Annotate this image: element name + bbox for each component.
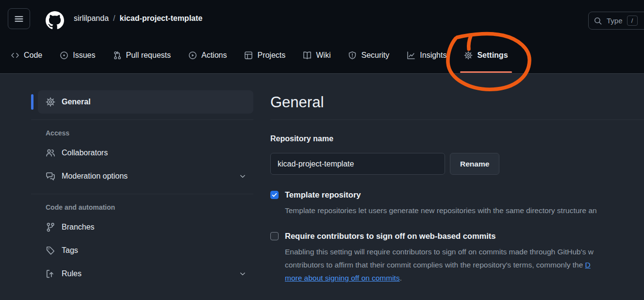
signoff-learn-more-link[interactable]: more about signing off on commits [285,274,400,282]
breadcrumb-owner-link[interactable]: sirlilpanda [74,14,109,23]
tab-label: Code [24,51,42,60]
tab-security[interactable]: Security [348,37,389,73]
hamburger-menu-button[interactable] [8,8,30,29]
tab-label: Pull requests [126,51,171,60]
tab-label: Security [361,51,389,60]
repo-tab-navigation: Code Issues Pull requests Actions Projec… [0,37,644,73]
template-repository-row: Template repository [270,190,644,200]
tab-issues[interactable]: Issues [60,37,95,73]
repository-name-label: Repository name [270,134,644,145]
signoff-description-line1: Enabling this setting will require contr… [285,248,594,256]
slash-shortcut-key: / [627,16,638,26]
sidebar-section-access: Access [31,128,253,138]
signoff-description: Enabling this setting will require contr… [285,245,644,284]
tag-icon [46,246,55,255]
template-repository-checkbox[interactable] [270,191,279,199]
tab-actions[interactable]: Actions [188,37,227,73]
settings-sidebar: General Access Collaborators Moderation … [31,90,253,285]
issue-opened-icon [60,51,68,60]
tab-settings[interactable]: Settings [464,37,508,73]
sidebar-item-branches[interactable]: Branches [38,216,253,239]
sidebar-item-label: Branches [62,223,95,232]
rules-icon [46,269,55,279]
tab-projects[interactable]: Projects [244,37,285,73]
rename-button[interactable]: Rename [450,153,499,175]
sidebar-divider [31,119,253,120]
active-tab-underline [460,71,512,73]
title-divider [270,119,644,120]
app-header: sirlilpanda / kicad-project-template Typ… [0,0,644,74]
signoff-link-fragment[interactable]: D [585,261,591,269]
repository-name-row: Rename [270,153,644,175]
hamburger-icon [14,14,24,24]
sidebar-item-label: Collaborators [62,149,108,157]
git-pull-request-icon [113,51,122,60]
signoff-description-line2: contributors to affirm that their commit… [285,261,585,269]
people-icon [46,148,55,158]
sidebar-item-tags[interactable]: Tags [38,239,253,262]
sidebar-item-label: General [62,98,91,106]
search-icon [594,17,602,25]
settings-main-panel: General Repository name Rename Template … [270,92,644,300]
tab-insights[interactable]: Insights [407,37,446,73]
tab-wiki[interactable]: Wiki [303,37,330,73]
sidebar-item-moderation-options[interactable]: Moderation options [38,165,253,188]
table-icon [244,51,253,60]
play-circle-icon [188,51,197,60]
tab-label: Wiki [316,51,330,60]
breadcrumb-separator: / [113,14,115,23]
repository-name-input[interactable] [270,153,445,175]
signoff-row: Require contributors to sign off on web-… [270,232,644,241]
sidebar-item-rules[interactable]: Rules [38,262,253,285]
sidebar-item-label: Tags [62,246,78,255]
gear-icon [46,97,55,107]
breadcrumb-repo-link[interactable]: kicad-project-template [120,14,203,23]
code-icon [11,51,19,60]
search-placeholder: Type [607,17,623,25]
sidebar-item-collaborators[interactable]: Collaborators [38,141,253,165]
book-icon [303,51,312,60]
shield-icon [348,51,357,60]
signoff-checkbox[interactable] [270,232,279,240]
signoff-label: Require contributors to sign off on web-… [285,232,496,241]
tab-label: Issues [73,51,95,60]
chevron-down-icon[interactable] [239,270,247,278]
search-input[interactable]: Type / [588,12,644,30]
template-repository-description: Template repositories let users generate… [285,204,644,217]
git-branch-icon [46,222,55,232]
sidebar-divider [31,194,253,194]
signoff-description-period: . [400,274,402,282]
tab-label: Actions [201,51,227,60]
chevron-down-icon[interactable] [239,172,247,180]
tab-label: Projects [257,51,285,60]
gear-icon [464,51,473,60]
hand-drawn-circle-annotation [444,32,533,95]
tab-label: Insights [420,51,446,60]
graph-icon [407,51,415,60]
tab-label: Settings [477,51,508,60]
comment-discussion-icon [46,171,55,181]
breadcrumb: sirlilpanda / kicad-project-template [74,0,202,37]
sidebar-section-code-and-automation: Code and automation [31,202,253,213]
sidebar-item-label: Moderation options [62,172,128,181]
tab-pull-requests[interactable]: Pull requests [113,37,171,73]
page-title: General [270,92,644,113]
sidebar-item-general[interactable]: General [38,90,253,114]
top-bar: sirlilpanda / kicad-project-template Typ… [0,0,644,37]
template-repository-label: Template repository [285,190,361,200]
tab-code[interactable]: Code [11,37,42,73]
sidebar-item-label: Rules [62,269,82,278]
github-logo-icon[interactable] [46,11,64,30]
